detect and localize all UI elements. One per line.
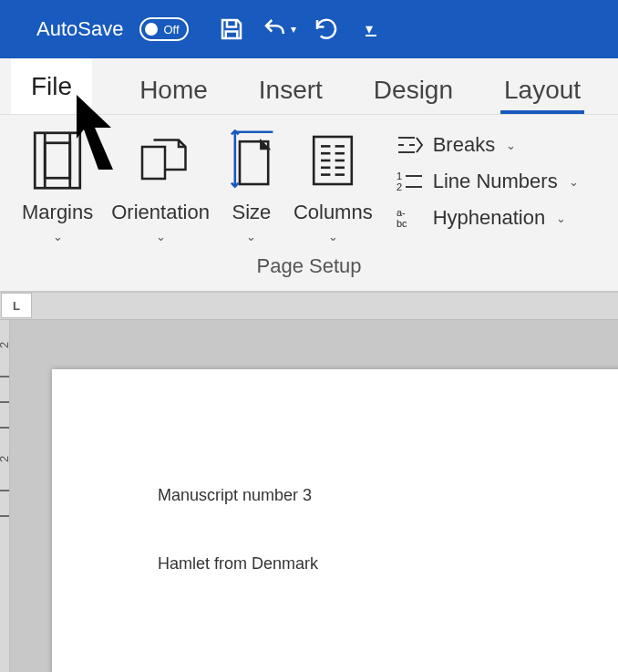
size-button[interactable]: Size ⌄: [219, 128, 284, 243]
breaks-label: Breaks: [433, 133, 495, 157]
columns-icon: [309, 130, 356, 191]
ruler-tick: [0, 401, 9, 403]
chevron-down-icon: ⌄: [328, 230, 338, 243]
hyphenation-icon: a- bc: [397, 207, 424, 229]
tab-home[interactable]: Home: [136, 67, 211, 114]
orientation-icon: [133, 130, 188, 191]
chevron-down-icon: ⌄: [506, 139, 516, 152]
horizontal-ruler[interactable]: L: [0, 293, 618, 320]
ruler-tick: [0, 515, 9, 517]
chevron-down-icon: ⌄: [556, 212, 566, 225]
size-icon: [228, 129, 275, 191]
ribbon-tabs: File Home Insert Design Layout: [0, 58, 618, 115]
toggle-knob-icon: [145, 23, 158, 36]
columns-label: Columns: [294, 201, 373, 224]
svg-text:2: 2: [397, 181, 402, 192]
customize-qat-button[interactable]: ▾: [366, 22, 376, 36]
svg-text:bc: bc: [397, 218, 407, 229]
svg-rect-8: [314, 137, 352, 184]
save-icon: [218, 16, 245, 43]
tab-layout[interactable]: Layout: [500, 67, 584, 114]
ruler-tick: [0, 427, 9, 429]
redo-icon: [313, 16, 340, 43]
autosave-label: AutoSave: [36, 17, 123, 41]
document-line: Hamlet from Denmark: [158, 554, 618, 574]
svg-text:1: 1: [397, 171, 402, 181]
save-button[interactable]: [218, 16, 245, 43]
breaks-icon: [397, 134, 424, 156]
tab-selector[interactable]: L: [1, 293, 32, 318]
chevron-down-icon: ⌄: [569, 175, 579, 189]
svg-text:a-: a-: [397, 207, 406, 218]
line-numbers-button[interactable]: 1 2 Line Numbers ⌄: [397, 170, 579, 193]
autosave-state: Off: [163, 23, 179, 36]
size-label: Size: [232, 201, 271, 224]
line-numbers-icon: 1 2: [397, 171, 424, 192]
orientation-label: Orientation: [111, 201, 210, 224]
breaks-button[interactable]: Breaks ⌄: [397, 133, 579, 157]
document-page[interactable]: Manuscript number 3 Hamlet from Denmark: [52, 369, 618, 672]
ribbon-group-label: Page Setup: [13, 243, 605, 285]
svg-rect-2: [45, 143, 70, 179]
undo-icon: [262, 16, 289, 43]
tab-insert[interactable]: Insert: [255, 67, 326, 114]
ruler-tick: [0, 490, 9, 491]
margins-button[interactable]: Margins ⌄: [13, 128, 102, 243]
columns-button[interactable]: Columns ⌄: [284, 128, 382, 243]
chevron-down-icon: ⌄: [156, 230, 166, 243]
tab-design[interactable]: Design: [370, 67, 457, 114]
ribbon-page-setup-group: Margins ⌄ Orientation ⌄: [0, 115, 618, 292]
chevron-down-icon: ⌄: [53, 230, 63, 243]
line-numbers-label: Line Numbers: [433, 170, 558, 193]
document-line: Manuscript number 3: [158, 486, 618, 505]
redo-button[interactable]: [313, 16, 340, 43]
undo-button[interactable]: ▾: [262, 16, 296, 43]
vertical-ruler[interactable]: 2 2: [0, 320, 10, 672]
chevron-down-icon: ▾: [291, 23, 296, 36]
hyphenation-label: Hyphenation: [433, 206, 546, 230]
document-workspace: 2 2 Manuscript number 3 Hamlet from Denm…: [0, 320, 618, 672]
tab-file[interactable]: File: [11, 59, 92, 114]
orientation-button[interactable]: Orientation ⌄: [102, 128, 219, 243]
margins-icon: [32, 130, 83, 191]
title-bar: AutoSave Off ▾ ▾: [0, 0, 618, 58]
hyphenation-button[interactable]: a- bc Hyphenation ⌄: [397, 206, 579, 230]
chevron-down-icon: ⌄: [246, 230, 256, 243]
margins-label: Margins: [22, 201, 93, 224]
chevron-down-bar-icon: ▾: [366, 22, 376, 36]
svg-rect-1: [35, 133, 80, 189]
autosave-toggle[interactable]: Off: [139, 17, 188, 41]
ruler-tick: [0, 376, 9, 377]
